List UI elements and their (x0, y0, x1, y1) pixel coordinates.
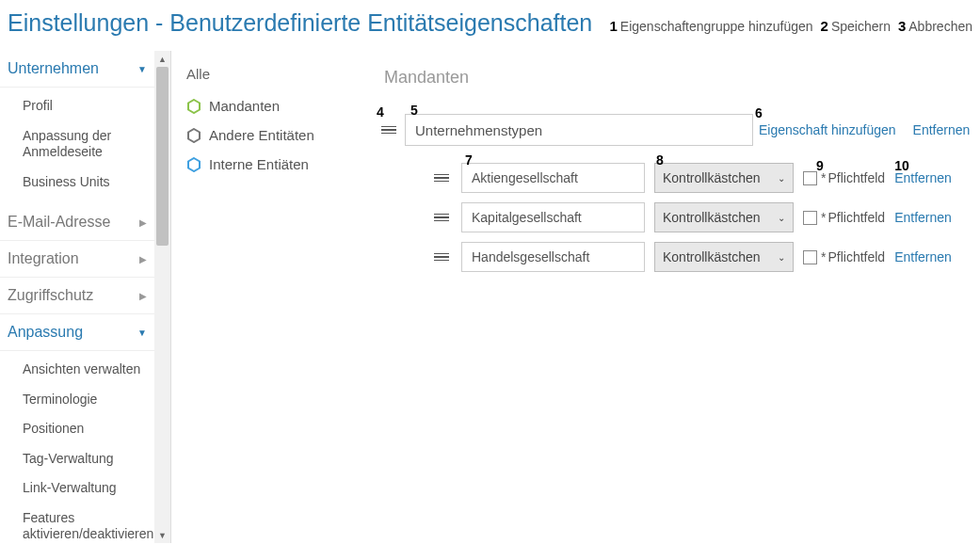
required-checkbox[interactable] (803, 250, 817, 264)
property-name-input[interactable] (461, 163, 645, 193)
hexagon-icon (186, 157, 201, 172)
scroll-thumb[interactable] (156, 67, 169, 246)
property-type-select[interactable]: Kontrollkästchen⌄ (654, 242, 794, 272)
entity-type-list: Alle MandantenAndere EntitätenInterne En… (171, 51, 369, 543)
scroll-down-icon[interactable]: ▼ (154, 527, 170, 543)
remove-group-link[interactable]: Entfernen (913, 122, 971, 137)
drag-handle-icon[interactable] (431, 214, 452, 222)
required-checkbox[interactable] (803, 211, 817, 225)
svg-marker-1 (188, 129, 200, 142)
chevron-right-icon: ▶ (139, 254, 147, 264)
property-type-select[interactable]: Kontrollkästchen⌄ (654, 163, 794, 193)
add-group-action[interactable]: 1 Eigenschaftengruppe hinzufügen (609, 18, 812, 34)
sidebar-section-anpassung[interactable]: Anpassung▼ (0, 314, 154, 351)
drag-handle-icon[interactable] (431, 253, 452, 262)
sidebar-item[interactable]: Terminologie (0, 385, 154, 415)
annotation-1: 1 (609, 18, 617, 34)
sidebar-item[interactable]: Features aktivieren/deaktivieren (0, 504, 154, 545)
select-value: Kontrollkästchen (663, 170, 761, 185)
entity-type-label: Interne Entiäten (209, 156, 309, 172)
entity-type-item[interactable]: Interne Entiäten (181, 150, 360, 179)
sidebar-item[interactable]: Positionen (0, 414, 154, 444)
chevron-down-icon: ⌄ (778, 252, 785, 263)
cancel-label: Abbrechen (908, 19, 972, 34)
chevron-right-icon: ▶ (139, 217, 147, 228)
required-label: Pflichtfeld (821, 210, 885, 225)
entity-type-item[interactable]: Mandanten (181, 91, 360, 120)
sidebar-item[interactable]: Business Units (0, 168, 154, 198)
sidebar-section-integration[interactable]: Integration▶ (0, 241, 154, 278)
chevron-down-icon: ⌄ (778, 213, 785, 223)
svg-marker-0 (188, 100, 200, 113)
save-label: Speichern (831, 19, 891, 34)
property-name-input[interactable] (461, 242, 645, 272)
sidebar-item[interactable]: Link-Verwaltung (0, 473, 154, 504)
annotation-2: 2 (821, 18, 828, 34)
sidebar-section-label: Anpassung (8, 324, 83, 341)
property-name-input[interactable] (461, 202, 645, 232)
property-row: Kontrollkästchen⌄PflichtfeldEntfernen (431, 202, 971, 232)
sidebar-section-email[interactable]: E-Mail-Adresse▶ (0, 204, 154, 241)
select-value: Kontrollkästchen (663, 210, 761, 225)
sidebar-section-label: Unternehmen (8, 60, 99, 77)
sidebar-item[interactable]: Ansichten verwalten (0, 355, 154, 385)
hexagon-icon (186, 99, 201, 114)
required-label: Pflichtfeld (821, 249, 885, 264)
sidebar-section-label: Integration (8, 250, 79, 267)
select-value: Kontrollkästchen (663, 249, 761, 264)
main-title: Mandanten (378, 62, 971, 114)
hexagon-icon (186, 128, 201, 143)
sidebar-section-zugriff[interactable]: Zugriffschutz▶ (0, 278, 154, 314)
sidebar-item[interactable]: Anpassung der Anmeldeseite (0, 121, 154, 168)
add-property-link[interactable]: Eigenschaft hinzufügen (759, 122, 896, 137)
drag-handle-icon[interactable] (378, 126, 399, 135)
required-label: Pflichtfeld (821, 170, 885, 185)
group-name-input[interactable] (405, 114, 753, 146)
sidebar-scrollbar[interactable]: ▲ ▼ (154, 51, 170, 543)
header-actions: 1 Eigenschaftengruppe hinzufügen 2 Speic… (609, 18, 972, 34)
cancel-action[interactable]: 3 Abbrechen (898, 18, 972, 34)
property-group-row: 4 5 6 Eigenschaft hinzufügen Entfernen (378, 114, 971, 146)
entity-type-label: Andere Entitäten (209, 127, 314, 143)
required-checkbox[interactable] (803, 171, 817, 185)
save-action[interactable]: 2 Speichern (821, 18, 891, 34)
sidebar-item[interactable]: Profil (0, 91, 154, 121)
chevron-down-icon: ⌄ (778, 173, 785, 184)
scroll-up-icon[interactable]: ▲ (154, 51, 170, 67)
sidebar: Unternehmen▼ProfilAnpassung der Anmeldes… (0, 51, 171, 543)
property-row: 7Kontrollkästchen⌄89PflichtfeldEntfernen… (431, 163, 971, 193)
drag-handle-icon[interactable] (431, 174, 452, 183)
chevron-down-icon: ▼ (137, 64, 147, 74)
sidebar-section-label: E-Mail-Adresse (8, 214, 110, 231)
entity-type-label: Mandanten (209, 98, 280, 114)
entity-type-item[interactable]: Andere Entitäten (181, 120, 360, 150)
property-type-select[interactable]: Kontrollkästchen⌄ (654, 202, 794, 232)
remove-property-link[interactable]: Entfernen (894, 170, 952, 185)
main-panel: Mandanten 4 5 6 Eigenschaft hinzufügen E… (369, 51, 980, 543)
entity-all[interactable]: Alle (181, 62, 360, 91)
remove-property-link[interactable]: Entfernen (894, 249, 952, 264)
annotation-3: 3 (898, 18, 906, 34)
page-title: Einstellungen - Benutzerdefinierte Entit… (8, 9, 592, 37)
sidebar-item[interactable]: Tag-Verwaltung (0, 444, 154, 474)
sidebar-section-unternehmen[interactable]: Unternehmen▼ (0, 51, 154, 88)
remove-property-link[interactable]: Entfernen (894, 210, 952, 225)
scroll-track[interactable] (154, 67, 170, 527)
add-group-label: Eigenschaftengruppe hinzufügen (620, 19, 813, 34)
svg-marker-2 (188, 158, 200, 171)
sidebar-section-label: Zugriffschutz (8, 287, 93, 304)
chevron-down-icon: ▼ (137, 328, 147, 338)
property-row: Kontrollkästchen⌄PflichtfeldEntfernen (431, 242, 971, 272)
chevron-right-icon: ▶ (139, 291, 147, 301)
